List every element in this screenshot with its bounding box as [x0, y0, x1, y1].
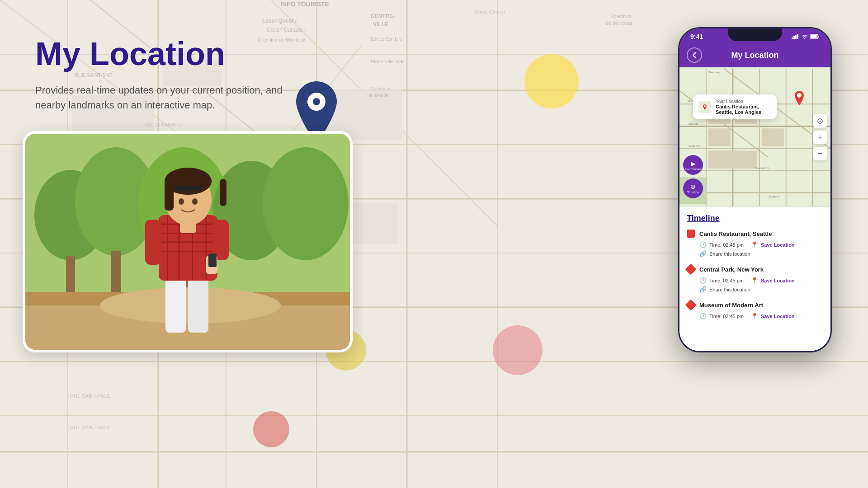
timeline-share-row-2: 🔗 Share this location [699, 286, 823, 293]
timeline-item-name-2: Central Park, New York [699, 266, 764, 273]
save-location-1[interactable]: Save Location [761, 242, 795, 248]
svg-rect-92 [792, 38, 793, 39]
svg-text:Spectrum: Spectrum [610, 14, 632, 19]
svg-text:RUE SAINT-PAUL: RUE SAINT-PAUL [70, 425, 111, 430]
svg-text:CENTRE-: CENTRE- [371, 13, 395, 19]
zoom-in-button[interactable]: + [813, 131, 827, 144]
svg-text:Stanhop: Stanhop [689, 122, 699, 125]
decorative-circle-3 [493, 325, 542, 375]
svg-point-89 [192, 198, 198, 205]
svg-point-128 [820, 121, 821, 122]
timeline-item-header-2: Central Park, New York [687, 265, 823, 273]
svg-rect-97 [818, 36, 820, 38]
svg-rect-70 [188, 274, 208, 333]
svg-point-88 [179, 198, 184, 205]
svg-rect-83 [208, 253, 217, 267]
pin-icon-3: 📍 [751, 313, 758, 319]
page-title: My Location [35, 36, 352, 72]
svg-text:Place Ville Mar...: Place Ville Mar... [371, 59, 408, 64]
svg-rect-80 [145, 220, 161, 265]
svg-text:Cathedrale: Cathedrale [371, 86, 393, 91]
timeline-time-1: Time: 02:45 pm [709, 242, 744, 248]
svg-rect-87 [220, 179, 226, 206]
timeline-dot-3 [685, 299, 696, 310]
svg-rect-114 [708, 128, 731, 146]
phone-map-area[interactable]: Paul St Stanhop Greta Ave Bedford Rd Sca… [679, 67, 830, 207]
location-card-icon [698, 101, 711, 113]
timeline-button[interactable]: ⊕ Timeline [683, 178, 703, 198]
timeline-item-header-1: Canlis Restaurant, Seattle [687, 230, 823, 238]
share-icon-1: 🔗 [699, 250, 707, 257]
clock-icon-1: 🕐 [699, 241, 707, 248]
map-controls: + − [813, 114, 827, 160]
timeline-item-header-3: Museum of Modern Art [687, 301, 823, 309]
status-time: 9:41 [690, 33, 703, 40]
svg-text:Scawfell Rd: Scawfell Rd [755, 167, 769, 169]
map-red-pin [793, 90, 806, 109]
svg-text:Laser Quest /: Laser Quest / [262, 18, 297, 24]
phone-notch [728, 28, 782, 41]
signal-icon [792, 34, 800, 39]
svg-text:Greta Ave: Greta Ave [689, 145, 700, 147]
timeline-share-row-1: 🔗 Share this location [699, 250, 823, 257]
svg-rect-86 [165, 179, 174, 211]
svg-point-125 [704, 105, 706, 107]
pin-icon-2: 📍 [751, 277, 758, 284]
timeline-item-name-3: Museum of Modern Art [699, 302, 763, 309]
start-tracking-button[interactable]: ▶ Start Tracking [683, 155, 703, 175]
svg-rect-90 [175, 186, 202, 191]
timeline-dot-1 [687, 230, 695, 238]
svg-text:St James: St James [768, 195, 779, 198]
svg-text:Shaddong: Shaddong [708, 71, 721, 74]
decorative-circle-4 [253, 411, 289, 447]
svg-point-126 [797, 93, 802, 98]
svg-text:Christ Church: Christ Church [475, 9, 505, 14]
svg-rect-91 [180, 222, 196, 233]
timeline-time-row-3: 🕐 Time: 02:45 pm 📍 Save Location [699, 313, 823, 319]
phone-screen: 9:41 [679, 28, 830, 351]
battery-icon [810, 34, 820, 39]
svg-rect-64 [111, 251, 121, 292]
svg-rect-98 [811, 35, 817, 38]
timeline-share-1[interactable]: Share this location [709, 251, 750, 257]
svg-text:Edifice Sun Life: Edifice Sun Life [371, 37, 402, 42]
timeline-title: Timeline [687, 214, 823, 223]
svg-rect-95 [797, 34, 798, 39]
timeline-item-name-1: Canlis Restaurant, Seattle [699, 230, 772, 237]
location-card: Your Location Canlis Restaurant, Seattle… [693, 94, 777, 119]
timeline-item-details-1: 🕐 Time: 02:45 pm 📍 Save Location 🔗 Share… [687, 241, 823, 257]
app-header: My Location [679, 43, 830, 67]
timeline-time-row-2: 🕐 Time: 02:45 pm 📍 Save Location [699, 277, 823, 284]
svg-text:du Monde: du Monde [368, 93, 389, 98]
back-button[interactable] [687, 47, 702, 63]
svg-text:INFO TOURISTE: INFO TOURISTE [280, 0, 329, 8]
svg-rect-94 [795, 35, 797, 39]
timeline-section: Timeline Canlis Restaurant, Seattle 🕐 Ti… [679, 207, 830, 351]
map-left-buttons: ▶ Start Tracking ⊕ Timeline [683, 155, 703, 198]
zoom-out-button[interactable]: − [813, 147, 827, 160]
status-icons [792, 34, 820, 39]
timeline-time-2: Time: 02:45 pm [709, 278, 744, 283]
decorative-circle-1 [524, 54, 579, 108]
location-card-text: Your Location Canlis Restaurant, Seattle… [716, 99, 761, 115]
your-location-label: Your Location [716, 99, 761, 104]
location-target-button[interactable] [813, 114, 827, 128]
timeline-item: Canlis Restaurant, Seattle 🕐 Time: 02:45… [687, 230, 823, 257]
svg-rect-69 [165, 274, 186, 333]
svg-rect-93 [793, 36, 795, 39]
pin-icon-1: 📍 [751, 241, 758, 248]
page-subtitle: Provides real-time updates on your curre… [35, 83, 307, 113]
svg-text:RUE SAINT-PAUL: RUE SAINT-PAUL [70, 393, 111, 399]
svg-rect-63 [66, 256, 75, 292]
svg-text:VILLE: VILLE [373, 21, 388, 28]
save-location-3[interactable]: Save Location [761, 314, 795, 319]
share-icon-2: 🔗 [699, 286, 707, 293]
svg-point-56 [313, 98, 320, 105]
clock-icon-2: 🕐 [699, 277, 707, 284]
svg-rect-116 [708, 150, 757, 168]
location-card-name: Canlis Restaurant, Seattle, Los Angles [716, 104, 761, 115]
timeline-item-details-3: 🕐 Time: 02:45 pm 📍 Save Location [687, 313, 823, 319]
svg-text:de Montreal: de Montreal [606, 20, 632, 26]
save-location-2[interactable]: Save Location [761, 278, 795, 283]
timeline-share-2[interactable]: Share this location [709, 287, 750, 292]
